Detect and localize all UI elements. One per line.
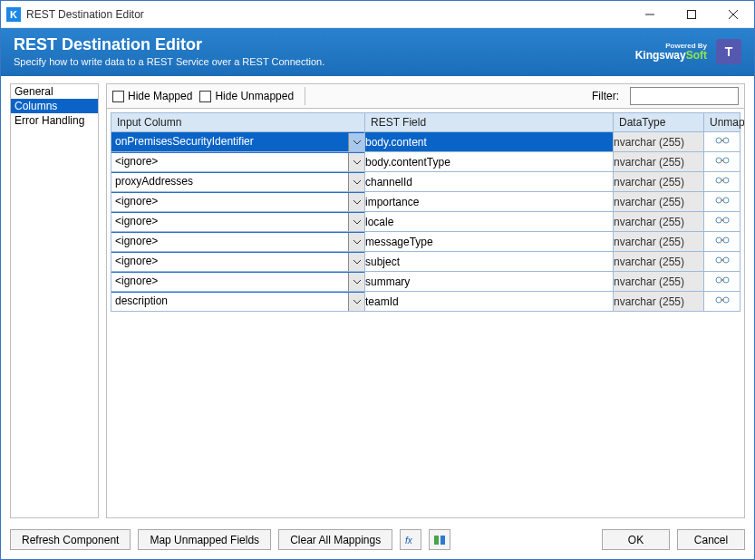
maximize-button[interactable] <box>671 1 712 28</box>
fx-icon: fx <box>404 534 417 546</box>
rest-field-cell[interactable]: summary <box>365 272 614 292</box>
svg-point-11 <box>723 178 729 183</box>
input-column-value: <ignore> <box>111 193 348 211</box>
input-column-dropdown[interactable]: onPremisesSecurityIdentifier <box>111 132 365 152</box>
rest-field-cell[interactable]: body.contentType <box>365 152 614 172</box>
rest-field-cell[interactable]: locale <box>365 212 614 232</box>
input-column-dropdown[interactable]: proxyAddresses <box>111 172 365 192</box>
table-row[interactable]: proxyAddresseschannelIdnvarchar (255) <box>111 172 740 192</box>
table-row[interactable]: <ignore>summarynvarchar (255) <box>111 272 740 292</box>
table-row[interactable]: <ignore>localenvarchar (255) <box>111 212 740 232</box>
datatype-cell: nvarchar (255) <box>614 292 704 312</box>
input-column-dropdown[interactable]: <ignore> <box>111 272 365 292</box>
hide-unmapped-checkbox[interactable]: Hide Unmapped <box>199 90 294 102</box>
input-column-dropdown[interactable]: description <box>111 292 365 312</box>
dropdown-toggle[interactable] <box>348 253 364 271</box>
rest-field-cell[interactable]: subject <box>365 252 614 272</box>
ok-button[interactable]: OK <box>602 529 670 550</box>
rest-field-cell[interactable]: body.content <box>365 132 614 152</box>
minimize-button[interactable] <box>629 1 671 28</box>
table-row[interactable]: <ignore>body.contentTypenvarchar (255) <box>111 152 740 172</box>
input-column-dropdown[interactable]: <ignore> <box>111 252 365 272</box>
input-column-dropdown[interactable]: <ignore> <box>111 192 365 212</box>
unmap-button[interactable] <box>714 194 731 207</box>
refresh-component-button[interactable]: Refresh Component <box>10 529 131 550</box>
svg-point-22 <box>716 257 721 263</box>
dropdown-toggle[interactable] <box>348 213 364 231</box>
rest-field-cell[interactable]: messageType <box>365 232 614 252</box>
maximize-icon <box>687 10 696 19</box>
sidebar-item-columns[interactable]: Columns <box>11 99 98 113</box>
input-column-dropdown[interactable]: <ignore> <box>111 232 365 252</box>
input-column-value: description <box>111 293 348 311</box>
filter-input[interactable] <box>630 87 739 105</box>
dropdown-toggle[interactable] <box>348 153 364 171</box>
kingswaysoft-logo: Powered By KingswaySoft <box>635 43 707 61</box>
cancel-button[interactable]: Cancel <box>677 529 745 550</box>
svg-point-16 <box>716 217 721 223</box>
dropdown-toggle[interactable] <box>348 293 364 311</box>
chevron-down-icon <box>353 278 361 285</box>
input-column-value: <ignore> <box>111 233 348 251</box>
close-button[interactable] <box>712 1 754 28</box>
sidebar-item-general[interactable]: General <box>11 84 98 99</box>
unmap-button[interactable] <box>714 234 731 246</box>
header-datatype[interactable]: DataType <box>614 113 704 132</box>
table-row[interactable]: onPremisesSecurityIdentifierbody.content… <box>111 132 740 152</box>
svg-point-5 <box>723 138 729 143</box>
unmap-button[interactable] <box>714 134 731 147</box>
rest-field-cell[interactable]: channelId <box>365 172 614 192</box>
svg-point-8 <box>723 158 729 163</box>
toolbar-divider <box>305 87 305 105</box>
map-unmapped-button[interactable]: Map Unmapped Fields <box>138 529 271 550</box>
rest-field-cell[interactable]: teamId <box>365 292 614 312</box>
chevron-down-icon <box>353 238 361 246</box>
input-column-dropdown[interactable]: <ignore> <box>111 152 365 172</box>
svg-point-17 <box>723 217 729 223</box>
hide-unmapped-label: Hide Unmapped <box>215 90 294 102</box>
clear-all-mappings-button[interactable]: Clear All Mappings <box>278 529 392 550</box>
unmap-button[interactable] <box>714 214 731 227</box>
table-row[interactable]: descriptionteamIdnvarchar (255) <box>111 292 740 312</box>
unmap-button[interactable] <box>714 274 731 286</box>
columns-button[interactable] <box>429 529 450 550</box>
unmap-icon <box>714 294 731 306</box>
dropdown-toggle[interactable] <box>348 273 364 291</box>
unmap-button[interactable] <box>714 294 731 306</box>
dropdown-toggle[interactable] <box>348 193 364 211</box>
datatype-cell: nvarchar (255) <box>614 252 704 272</box>
input-column-value: <ignore> <box>111 153 348 171</box>
table-row[interactable]: <ignore>subjectnvarchar (255) <box>111 252 740 272</box>
close-icon <box>729 10 738 19</box>
header-input-column[interactable]: Input Column <box>111 113 365 132</box>
table-row[interactable]: <ignore>messageTypenvarchar (255) <box>111 232 740 252</box>
svg-point-10 <box>716 178 721 183</box>
input-column-dropdown[interactable]: <ignore> <box>111 212 365 232</box>
svg-point-29 <box>723 297 729 303</box>
unmap-icon <box>714 274 731 286</box>
table-row[interactable]: <ignore>importancenvarchar (255) <box>111 192 740 212</box>
dropdown-toggle[interactable] <box>348 173 364 191</box>
svg-rect-32 <box>434 536 439 545</box>
svg-point-19 <box>716 237 721 243</box>
expression-button[interactable]: fx <box>400 529 421 550</box>
dropdown-toggle[interactable] <box>348 133 364 151</box>
unmap-button[interactable] <box>714 174 731 187</box>
svg-point-13 <box>716 198 721 203</box>
chevron-down-icon <box>353 159 361 166</box>
header-unmap[interactable]: Unmap <box>704 113 740 132</box>
dropdown-toggle[interactable] <box>348 233 364 251</box>
sidebar-item-error-handling[interactable]: Error Handling <box>11 113 98 128</box>
minimize-icon <box>645 10 654 19</box>
unmap-button[interactable] <box>714 154 731 167</box>
hide-mapped-checkbox[interactable]: Hide Mapped <box>112 90 192 102</box>
header-title: REST Destination Editor <box>14 35 635 54</box>
unmap-icon <box>714 174 731 187</box>
unmap-button[interactable] <box>714 254 731 266</box>
svg-point-25 <box>716 277 721 283</box>
unmap-icon <box>714 194 731 207</box>
footer: Refresh Component Map Unmapped Fields Cl… <box>1 522 754 559</box>
rest-field-cell[interactable]: importance <box>365 192 614 212</box>
datatype-cell: nvarchar (255) <box>614 272 704 292</box>
header-rest-field[interactable]: REST Field <box>365 113 614 132</box>
